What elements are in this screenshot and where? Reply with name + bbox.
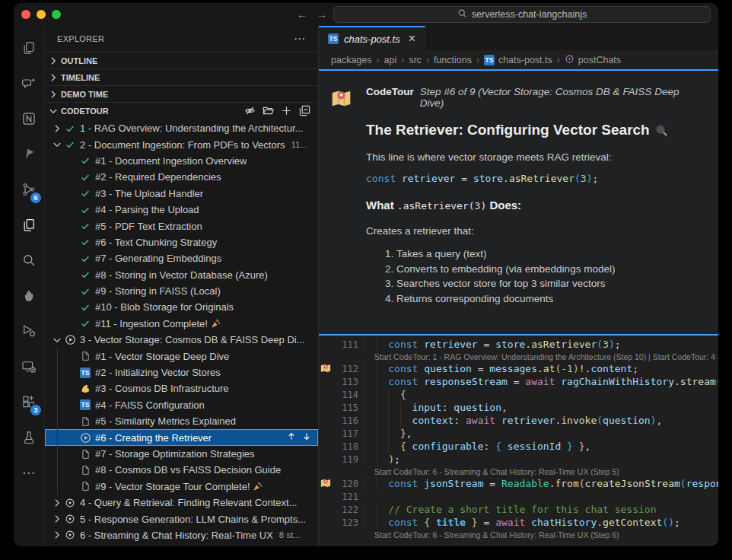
codelens-start-codetour-link[interactable]: Start CodeTour: 1 - RAG Overview: Unders… — [319, 351, 718, 362]
tour-step-item[interactable]: #4 - Parsing the Upload — [45, 202, 318, 218]
tour-step-item[interactable]: #5 - Similarity Metrics Explained — [45, 413, 318, 429]
activity-n-logo-icon[interactable] — [14, 101, 44, 137]
tour-item[interactable]: 3 - Vector Storage: Cosmos DB & FAISS De… — [45, 332, 318, 348]
codelens-start-codetour-link[interactable]: Start CodeTour: 6 - Streaming & Chat His… — [319, 466, 718, 477]
tour-step-item[interactable]: #10 - Blob Storage for Originals — [45, 299, 318, 315]
tour-item[interactable]: 5 - Response Generation: LLM Chains & Pr… — [45, 511, 318, 527]
step-list-item: Returns corresponding documents — [396, 291, 703, 307]
activity-chat-sparkle-icon[interactable] — [14, 66, 44, 102]
activity-extensions-icon[interactable]: 3 — [14, 384, 44, 420]
activity-graph-icon[interactable]: 6 — [14, 172, 44, 208]
section-codetour[interactable]: CODETOUR — [45, 102, 318, 119]
arrow-up-icon[interactable] — [287, 431, 296, 444]
chevron-right-icon[interactable] — [51, 513, 63, 525]
code-editor[interactable]: 111const retriever = store.asRetriever(3… — [319, 336, 718, 546]
breadcrumb-src[interactable]: src — [409, 55, 422, 65]
tab-chats-post[interactable]: TS chats-post.ts × — [319, 26, 425, 50]
activity-debug-icon[interactable] — [14, 313, 44, 349]
tour-step-item[interactable]: #5 - PDF Text Extraction — [45, 218, 318, 234]
pin-icon — [63, 530, 77, 540]
chevron-right-icon — [47, 72, 59, 84]
arrow-down-icon[interactable] — [302, 431, 311, 444]
code-line: 116context: await retriever.invoke(quest… — [319, 414, 718, 427]
minimize-window-button[interactable] — [37, 10, 46, 19]
activity-more-icon[interactable]: ⋯ — [14, 455, 44, 491]
folder-open-icon[interactable] — [263, 105, 274, 116]
activity-bar: 63⋯ — [14, 26, 45, 546]
tour-item-label: #10 - Blob Storage for Originals — [95, 301, 234, 313]
tab-close-icon[interactable]: × — [409, 33, 415, 45]
plus-icon[interactable] — [281, 105, 292, 116]
activity-flag-icon[interactable] — [14, 137, 44, 173]
tour-step-item[interactable]: #8 - Cosmos DB vs FAISS Decision Guide — [45, 462, 318, 478]
tour-item[interactable]: 4 - Query & Retrieval: Finding Relevant … — [45, 495, 318, 511]
codelens-start-codetour-link[interactable]: Start CodeTour: 6 - Streaming & Chat His… — [319, 529, 718, 540]
play-icon — [78, 432, 92, 444]
chevron-right-icon[interactable] — [51, 123, 63, 135]
step-intro: This line is where vector storage meets … — [366, 151, 703, 163]
section-demo-time[interactable]: DEMO TIME — [45, 85, 318, 102]
tour-step-item[interactable]: #6 - Creating the Retriever — [45, 429, 318, 445]
tour-item[interactable]: 2 - Document Ingestion: From PDFs to Vec… — [45, 136, 318, 152]
tour-step-item[interactable]: #3 - Cosmos DB Infrastructure — [45, 380, 318, 396]
command-center-search[interactable]: serverless-chat-langchainjs — [333, 6, 711, 23]
activity-files-icon[interactable] — [14, 30, 44, 66]
section-outline[interactable]: OUTLINE — [45, 52, 318, 68]
codetour-marker-icon[interactable] — [320, 478, 331, 491]
history-forward-button[interactable]: → — [317, 8, 327, 21]
chevron-down-icon[interactable] — [51, 138, 63, 151]
step-list: Takes a query (text)Converts to embeddin… — [396, 247, 703, 306]
tour-item-label: #11 - Ingestion Complete! — [95, 318, 221, 329]
breadcrumb-api[interactable]: api — [384, 55, 397, 65]
screen: ← → serverless-chat-langchainjs 63⋯ EXPL… — [0, 0, 732, 560]
breadcrumb-chats-post-ts[interactable]: TSchats-post.ts — [484, 54, 552, 65]
tour-step-item[interactable]: #11 - Ingestion Complete! — [45, 316, 318, 332]
gutter: 118 — [319, 441, 358, 452]
tour-item-label: 2 - Document Ingestion: From PDFs to Vec… — [80, 139, 285, 151]
tour-item-label: 4 - Query & Retrieval: Finding Relevant … — [80, 497, 297, 508]
tour-step-item[interactable]: #9 - Vector Storage Tour Complete! — [45, 479, 318, 495]
chevron-down-icon[interactable] — [51, 334, 63, 346]
tour-item-badge: 11... — [291, 140, 308, 149]
breadcrumb-separator: › — [401, 55, 404, 65]
tour-step-item[interactable]: TS#2 - Initializing Vector Stores — [45, 364, 318, 380]
breadcrumb-separator: › — [476, 55, 479, 65]
line-number: 115 — [342, 402, 358, 413]
tour-step-item[interactable]: #7 - Storage Optimization Strategies — [45, 446, 318, 462]
tour-step-item[interactable]: #2 - Required Dependencies — [45, 169, 318, 185]
typescript-file-icon: TS — [328, 33, 339, 44]
tour-item-label: #7 - Generating Embeddings — [95, 253, 221, 264]
section-timeline[interactable]: TIMELINE — [45, 68, 318, 85]
tour-step-item[interactable]: #3 - The Upload Handler — [45, 186, 318, 202]
breadcrumb-packages[interactable]: packages — [331, 55, 372, 65]
collapse-all-icon[interactable] — [299, 105, 310, 116]
chevron-right-icon[interactable] — [51, 497, 63, 509]
activity-remote-icon[interactable] — [14, 349, 44, 385]
close-window-button[interactable] — [21, 10, 30, 19]
tour-step-item[interactable]: TS#4 - FAISS Configuration — [45, 397, 318, 413]
tour-step-item[interactable]: #6 - Text Chunking Strategy — [45, 234, 318, 250]
activity-pages-icon[interactable] — [14, 208, 44, 243]
tour-step-item[interactable]: #7 - Generating Embeddings — [45, 250, 318, 266]
tour-item[interactable]: 6 - Streaming & Chat History: Real-Time … — [45, 527, 318, 543]
breadcrumb-label: src — [409, 55, 422, 65]
breadcrumb-functions[interactable]: functions — [434, 55, 472, 65]
history-back-button[interactable]: ← — [297, 8, 307, 21]
eye-off-icon[interactable] — [244, 105, 256, 116]
chevron-right-icon[interactable] — [51, 529, 63, 541]
tour-step-item[interactable]: #1 - Document Ingestion Overview — [45, 153, 318, 169]
tour-step-item[interactable]: #9 - Storing in FAISS (Local) — [45, 283, 318, 299]
breadcrumb-postchats[interactable]: postChats — [565, 54, 621, 66]
tour-item[interactable]: 1 - RAG Overview: Understanding the Arch… — [45, 120, 318, 136]
codetour-marker-icon[interactable] — [320, 363, 331, 376]
tour-step-item[interactable]: #1 - Vector Storage Deep Dive — [45, 348, 318, 364]
activity-search-icon[interactable] — [14, 243, 44, 278]
activity-hand-icon[interactable] — [14, 278, 44, 314]
maximize-window-button[interactable] — [52, 10, 61, 19]
activity-beaker-icon[interactable] — [14, 420, 44, 456]
codetour-map-icon — [331, 86, 358, 334]
breadcrumb-separator: › — [557, 55, 560, 65]
tour-step-item[interactable]: #8 - Storing in Vector Database (Azure) — [45, 267, 318, 283]
tour-item-label: 3 - Vector Storage: Cosmos DB & FAISS De… — [80, 334, 305, 345]
explorer-more-actions-icon[interactable]: ⋯ — [294, 32, 306, 46]
